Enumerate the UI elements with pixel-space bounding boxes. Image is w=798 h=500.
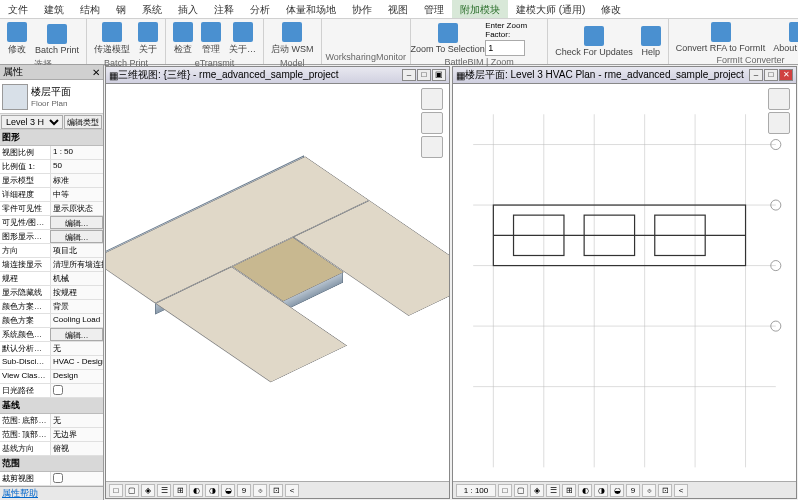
ribbon-tab[interactable]: 插入 [170,0,206,18]
ribbon-tab[interactable]: 注释 [206,0,242,18]
maximize-button[interactable]: □ [417,69,431,81]
property-value[interactable]: Cooling Load [50,314,103,327]
ribbon-tab[interactable]: 附加模块 [452,0,508,18]
3d-canvas[interactable] [106,84,449,481]
viewbar-button[interactable]: ◒ [221,484,235,497]
property-value[interactable]: 清理所有墙连接 [50,258,103,271]
viewbar-button[interactable]: 9 [237,484,251,497]
property-value[interactable]: 无 [50,414,103,427]
ribbon-button[interactable]: 检查 [170,21,196,57]
viewbar-button[interactable]: □ [498,484,512,497]
viewbar-button[interactable]: ☰ [546,484,560,497]
ribbon-button[interactable]: 启动 WSM [268,21,317,57]
property-value[interactable]: 编辑… [50,230,103,243]
viewcube[interactable] [421,88,443,110]
maximize-button[interactable]: □ [764,69,778,81]
property-name: 图形显示选项 [0,230,50,243]
property-value[interactable]: 编辑… [50,216,103,229]
property-value[interactable]: 无边界 [50,428,103,441]
restore-button[interactable]: ▣ [432,69,446,81]
property-value[interactable]: 俯视 [50,442,103,455]
viewbar-button[interactable]: ◈ [530,484,544,497]
ribbon-tab[interactable]: 分析 [242,0,278,18]
ribbon-button[interactable]: 管理 [198,21,224,57]
ribbon-tab[interactable]: 视图 [380,0,416,18]
viewbar-button[interactable]: < [674,484,688,497]
ribbon-tab[interactable]: 建筑 [36,0,72,18]
properties-help-link[interactable]: 属性帮助 [0,486,103,500]
ribbon-button[interactable]: 修改 [4,21,30,57]
property-value[interactable] [50,472,103,485]
property-checkbox[interactable] [53,473,63,483]
scale-selector[interactable]: 1 : 100 [456,484,496,497]
ribbon-button[interactable]: Help [638,21,664,61]
viewbar-button[interactable]: 9 [626,484,640,497]
instance-selector[interactable]: Level 3 H [1,115,63,129]
home-icon[interactable] [421,112,443,134]
ribbon-tab[interactable]: 管理 [416,0,452,18]
ribbon-tab[interactable]: 协作 [344,0,380,18]
viewbar-button[interactable]: ◐ [189,484,203,497]
property-value[interactable]: 项目北 [50,244,103,257]
pan-icon[interactable] [768,112,790,134]
property-value[interactable]: 中等 [50,188,103,201]
property-checkbox[interactable] [53,385,63,395]
viewbar-button[interactable]: ⟐ [642,484,656,497]
viewbar-button[interactable]: ◑ [205,484,219,497]
viewbar-button[interactable]: ◒ [610,484,624,497]
property-value[interactable]: 机械 [50,272,103,285]
property-value[interactable]: 编辑… [50,328,103,341]
viewbar-button[interactable]: ◐ [578,484,592,497]
steering-wheel-icon[interactable] [421,136,443,158]
viewbar-button[interactable]: ⊡ [269,484,283,497]
property-value[interactable] [50,384,103,397]
ribbon-tab[interactable]: 体量和场地 [278,0,344,18]
ribbon-tab[interactable]: 修改 [593,0,629,18]
property-value[interactable]: 标准 [50,174,103,187]
property-value[interactable]: 50 [50,160,103,173]
home-icon[interactable] [768,88,790,110]
viewbar-button[interactable]: ⊞ [562,484,576,497]
viewbar-button[interactable]: ⊞ [173,484,187,497]
viewbar-button[interactable]: ⊡ [658,484,672,497]
zoom-factor-input[interactable] [485,40,525,56]
property-value[interactable]: 显示原状态 [50,202,103,215]
ribbon-button[interactable]: Batch Print [32,21,82,57]
property-value[interactable]: 背景 [50,300,103,313]
property-value[interactable]: HVAC - Design [50,356,103,369]
viewbar-button[interactable]: ◈ [141,484,155,497]
viewbar-button[interactable]: < [285,484,299,497]
ribbon-button[interactable]: 关于 [135,21,161,57]
ribbon-tab[interactable]: 文件 [0,0,36,18]
ribbon-tab[interactable]: 结构 [72,0,108,18]
ribbon-button[interactable]: Zoom To Selection [415,21,480,56]
viewbar-button[interactable]: ▢ [125,484,139,497]
viewbar-button[interactable]: ▢ [514,484,528,497]
property-value[interactable]: 按规程 [50,286,103,299]
ribbon-button[interactable]: 关于… [226,21,259,57]
ribbon-tab[interactable]: 钢 [108,0,134,18]
viewbar-button[interactable]: □ [109,484,123,497]
property-value[interactable]: 1 : 50 [50,146,103,159]
minimize-button[interactable]: – [402,69,416,81]
close-button[interactable]: ✕ [779,69,793,81]
ribbon-tab[interactable]: 建模大师 (通用) [508,0,593,18]
ribbon-button[interactable]: About FormIt [770,21,798,54]
viewbar-button[interactable]: ◑ [594,484,608,497]
ribbon-button[interactable]: 传递模型 [91,21,133,57]
close-icon[interactable]: ✕ [92,67,100,78]
minimize-button[interactable]: – [749,69,763,81]
edit-type-button[interactable]: 编辑类型 [64,115,102,129]
property-category[interactable]: 范围 [0,456,103,472]
viewbar-button[interactable]: ⟐ [253,484,267,497]
plan-canvas[interactable] [453,84,796,481]
ribbon-tab[interactable]: 系统 [134,0,170,18]
viewbar-button[interactable]: ☰ [157,484,171,497]
property-value[interactable]: 无 [50,342,103,355]
property-category[interactable]: 基线 [0,398,103,414]
property-category[interactable]: 图形 [0,130,103,146]
ribbon-button[interactable]: Convert RFA to FormIt [673,21,769,54]
property-value[interactable]: Design [50,370,103,383]
ribbon-button[interactable]: Check For Updates [552,21,636,61]
type-selector[interactable]: 楼层平面 Floor Plan [0,80,103,114]
